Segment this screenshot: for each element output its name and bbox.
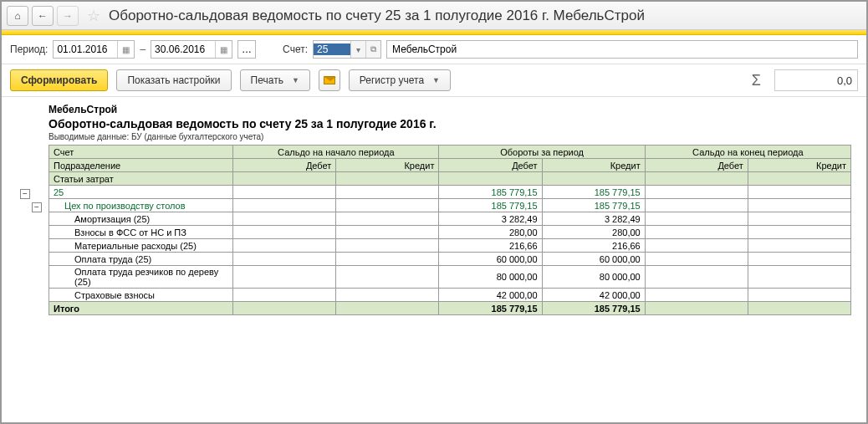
row-credit: 3 282,49 <box>542 212 645 226</box>
row-credit: 216,66 <box>542 239 645 253</box>
row-credit: 185 779,15 <box>542 199 645 212</box>
account-input[interactable] <box>314 43 350 55</box>
col-debit: Дебет <box>439 159 542 172</box>
mail-button[interactable] <box>319 69 340 91</box>
row-name: Материальные расходы (25) <box>49 239 233 253</box>
table-row: Взносы в ФСС от НС и ПЗ280,00280,00 <box>49 226 851 239</box>
tree-toggle[interactable]: − <box>32 202 42 212</box>
row-name: Цех по производству столов <box>49 199 233 212</box>
col-saldo-start: Сальдо на начало периода <box>233 146 439 159</box>
date-to-field[interactable]: ▦ <box>151 40 232 59</box>
period-picker-button[interactable]: … <box>237 40 256 59</box>
row-name: Страховые взносы <box>49 289 233 302</box>
table-row: Амортизация (25)3 282,493 282,49 <box>49 212 851 226</box>
org-field[interactable] <box>386 40 858 59</box>
form-button[interactable]: Сформировать <box>10 69 108 91</box>
favorite-icon[interactable]: ☆ <box>82 7 105 25</box>
row-name: Оплата труда (25) <box>49 253 233 266</box>
mail-icon <box>324 76 335 84</box>
print-label: Печать <box>251 74 283 86</box>
row-name: 25 <box>49 186 233 199</box>
forward-button[interactable]: → <box>57 6 79 26</box>
table-row: Цех по производству столов185 779,15185 … <box>49 199 851 212</box>
register-label: Регистр учета <box>360 74 424 86</box>
col-credit: Кредит <box>336 159 439 172</box>
chevron-down-icon: ▼ <box>292 76 299 84</box>
sum-field: 0,0 <box>774 69 858 91</box>
sigma-icon: Σ <box>747 72 766 89</box>
date-to-input[interactable] <box>151 43 215 55</box>
table-row: Оплата труда (25)60 000,0060 000,00 <box>49 253 851 266</box>
col-subdivision: Подразделение <box>49 159 233 172</box>
row-name: Оплата труда резчиков по дереву (25) <box>49 266 233 289</box>
total-debit: 185 779,15 <box>439 302 542 315</box>
table-row: Оплата труда резчиков по дереву (25)80 0… <box>49 266 851 289</box>
col-turnover: Обороты за период <box>439 146 645 159</box>
register-button[interactable]: Регистр учета▼ <box>349 69 451 91</box>
account-dropdown-icon[interactable]: ▾ <box>350 41 365 58</box>
total-row: Итого 185 779,15 185 779,15 <box>49 302 851 315</box>
col-account: Счет <box>49 146 233 159</box>
account-open-icon[interactable]: ⧉ <box>365 41 380 58</box>
col-cost-item: Статьи затрат <box>49 172 233 186</box>
calendar-icon[interactable]: ▦ <box>117 41 134 58</box>
account-field[interactable]: ▾ ⧉ <box>313 40 381 59</box>
row-debit: 185 779,15 <box>439 186 542 199</box>
col-debit: Дебет <box>645 159 748 172</box>
table-row: 25185 779,15185 779,15 <box>49 186 851 199</box>
row-debit: 42 000,00 <box>439 289 542 302</box>
report-area: GOODWILL ТЕХНОЛОГИИ ПЛА МебельСтрой Обор… <box>2 97 866 322</box>
report-table: Счет Сальдо на начало периода Обороты за… <box>49 145 851 315</box>
total-credit: 185 779,15 <box>542 302 645 315</box>
report-meta: Выводимые данные: БУ (данные бухгалтерск… <box>49 132 855 141</box>
calendar-icon[interactable]: ▦ <box>215 41 232 58</box>
row-debit: 60 000,00 <box>439 253 542 266</box>
dash: – <box>140 43 146 55</box>
row-credit: 60 000,00 <box>542 253 645 266</box>
row-name: Амортизация (25) <box>49 212 233 226</box>
row-credit: 185 779,15 <box>542 186 645 199</box>
org-input[interactable] <box>387 41 857 58</box>
total-label: Итого <box>49 302 233 315</box>
chevron-down-icon: ▼ <box>432 76 440 84</box>
row-credit: 280,00 <box>542 226 645 239</box>
row-debit: 280,00 <box>439 226 542 239</box>
col-saldo-end: Сальдо на конец периода <box>645 146 850 159</box>
page-title: Оборотно-сальдовая ведомость по счету 25… <box>109 8 645 24</box>
period-label: Период: <box>10 43 48 55</box>
table-row: Материальные расходы (25)216,66216,66 <box>49 239 851 253</box>
col-debit: Дебет <box>233 159 336 172</box>
row-debit: 185 779,15 <box>439 199 542 212</box>
date-from-input[interactable] <box>54 43 117 55</box>
tree-toggle[interactable]: − <box>20 189 30 199</box>
home-button[interactable]: ⌂ <box>7 6 28 26</box>
titlebar: ⌂ ← → ☆ Оборотно-сальдовая ведомость по … <box>2 2 866 30</box>
row-debit: 3 282,49 <box>439 212 542 226</box>
table-row: Страховые взносы42 000,0042 000,00 <box>49 289 851 302</box>
report-org: МебельСтрой <box>49 104 855 115</box>
row-credit: 80 000,00 <box>542 266 645 289</box>
col-credit: Кредит <box>748 159 850 172</box>
back-button[interactable]: ← <box>32 6 54 26</box>
toolbar: Сформировать Показать настройки Печать▼ … <box>2 64 866 97</box>
date-from-field[interactable]: ▦ <box>53 40 135 59</box>
row-credit: 42 000,00 <box>542 289 645 302</box>
params-bar: Период: ▦ – ▦ … Счет: ▾ ⧉ <box>2 35 866 64</box>
print-button[interactable]: Печать▼ <box>240 69 310 91</box>
row-name: Взносы в ФСС от НС и ПЗ <box>49 226 233 239</box>
show-settings-button[interactable]: Показать настройки <box>116 69 231 91</box>
col-credit: Кредит <box>542 159 645 172</box>
row-debit: 80 000,00 <box>439 266 542 289</box>
report-header: МебельСтрой Оборотно-сальдовая ведомость… <box>22 104 855 141</box>
row-debit: 216,66 <box>439 239 542 253</box>
account-label: Счет: <box>283 43 308 55</box>
report-title: Оборотно-сальдовая ведомость по счету 25… <box>49 117 855 130</box>
